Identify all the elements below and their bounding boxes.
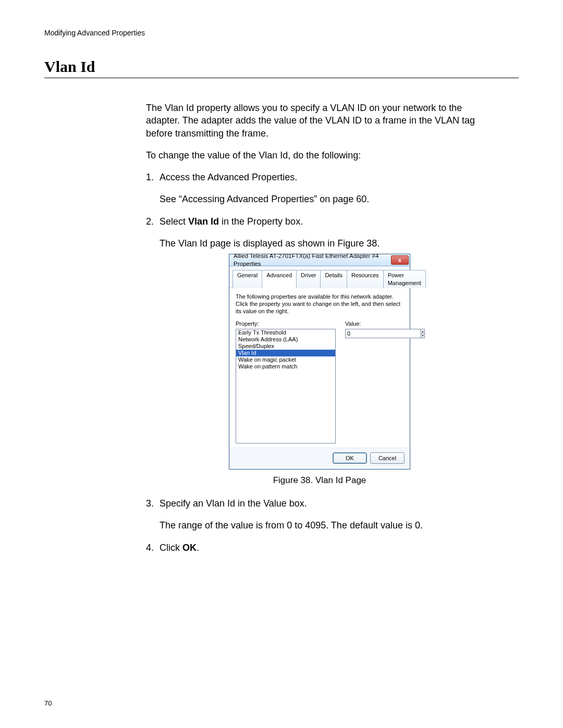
step-text-pre: Click [160,542,182,553]
dialog-title: Allied Telesis AT-2701FTX(a) Fast Ethern… [234,252,391,268]
step-text: Specify an Vlan Id in the Value box. [160,498,307,509]
properties-dialog: Allied Telesis AT-2701FTX(a) Fast Ethern… [229,254,410,470]
ok-button[interactable]: OK [333,452,367,464]
property-label: Property: [236,320,336,328]
step-text-post: . [197,542,199,553]
step-number: 4. [146,541,154,554]
step-text-post: in the Property box. [219,216,303,227]
value-spinner[interactable]: ▲ ▼ [421,329,425,338]
step-number: 3. [146,497,154,510]
step-text: Access the Advanced Properties. [160,172,297,182]
tab-general[interactable]: General [232,270,262,288]
tab-details[interactable]: Details [320,270,347,288]
value-label: Value: [345,320,403,328]
step-number: 1. [146,171,154,183]
dialog-description: The following properties are available f… [236,293,403,315]
page-header: Modifying Advanced Properties [44,29,519,37]
title-rule [44,78,519,78]
step-3: 3. Specify an Vlan Id in the Value box. … [146,497,480,532]
property-option[interactable]: Speed/Duplex [236,343,335,350]
page-title: Vlan Id [44,58,519,76]
step-subtext: The Vlan Id page is displayed as shown i… [160,237,480,250]
property-option[interactable]: Vlan Id [236,350,335,356]
close-icon: x [398,257,401,263]
step-text-pre: Select [160,216,188,227]
step-4: 4. Click OK. [146,541,480,554]
cancel-button[interactable]: Cancel [370,452,405,464]
property-option[interactable]: Wake on pattern match [236,363,335,370]
close-button[interactable]: x [391,255,409,265]
property-option[interactable]: Wake on magic packet [236,356,335,363]
step-number: 2. [146,215,154,228]
step-2: 2. Select Vlan Id in the Property box. T… [146,215,480,487]
tab-advanced[interactable]: Advanced [262,270,297,288]
step-1: 1. Access the Advanced Properties. See “… [146,171,480,206]
step-subtext: The range of the value is from 0 to 4095… [160,519,480,532]
step-text-bold: OK [182,542,197,553]
lead-paragraph: To change the value of the Vlan Id, do t… [146,149,480,162]
page-number: 70 [44,699,52,707]
spinner-up-icon[interactable]: ▲ [421,329,424,334]
property-option[interactable]: Network Address (LAA) [236,336,335,343]
intro-paragraph: The Vlan Id property allows you to speci… [146,102,480,140]
property-option[interactable]: Early Tx Threshold [236,329,335,336]
step-subtext: See “Accessing Advanced Properties” on p… [160,193,480,205]
step-text-bold: Vlan Id [188,216,219,227]
spinner-down-icon[interactable]: ▼ [421,334,424,338]
tab-driver[interactable]: Driver [296,270,321,288]
value-input[interactable] [345,329,421,338]
tab-power-management[interactable]: Power Management [383,270,426,288]
dialog-titlebar[interactable]: Allied Telesis AT-2701FTX(a) Fast Ethern… [229,254,410,266]
figure-caption: Figure 38. Vlan Id Page [160,475,480,487]
tab-resources[interactable]: Resources [347,270,384,288]
property-listbox[interactable]: Early Tx ThresholdNetwork Address (LAA)S… [236,329,336,443]
